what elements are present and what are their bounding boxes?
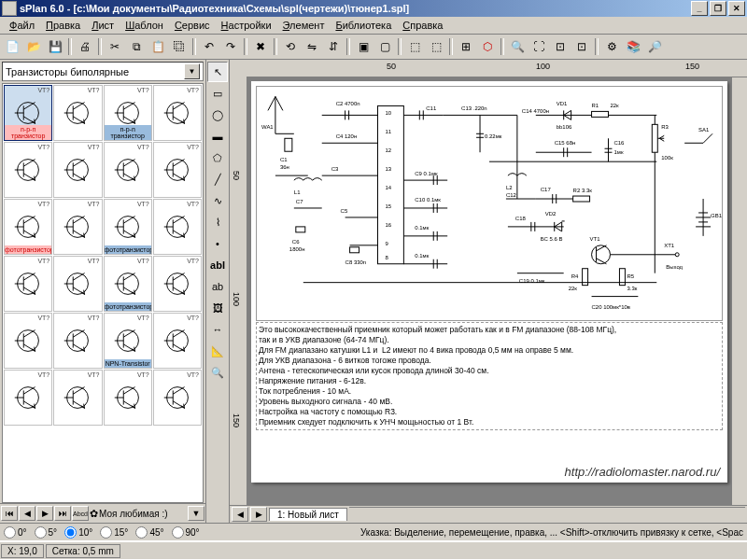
dimension-tool[interactable]: ↔ — [207, 319, 228, 340]
angle-option[interactable]: 10° — [64, 526, 92, 539]
magnet-button[interactable]: ⬡ — [477, 36, 498, 57]
copy-button[interactable]: ⧉ — [126, 36, 147, 57]
fill-tool[interactable]: ▬ — [207, 126, 228, 147]
zoom-sel-button[interactable]: ⊡ — [571, 36, 592, 57]
svg-text:GB1: GB1 — [711, 213, 722, 218]
svg-text:bb106: bb106 — [557, 124, 572, 130]
zoom-fit-button[interactable]: ⊡ — [550, 36, 571, 57]
palette-item[interactable]: VT? — [53, 370, 102, 426]
ungroup-button[interactable]: ⬚ — [426, 36, 446, 57]
palette-item[interactable]: VT? — [4, 370, 52, 426]
library-select[interactable]: Транзисторы биполярные ▼ — [2, 62, 204, 81]
vertical-scrollbar[interactable] — [731, 77, 747, 505]
palette-item[interactable]: VT? — [53, 85, 102, 141]
palette-item[interactable]: VT? — [104, 370, 152, 426]
angle-option[interactable]: 45° — [135, 526, 163, 539]
sheet-tab-1[interactable]: 1: Новый лист — [269, 508, 347, 521]
maximize-button[interactable]: ❐ — [710, 1, 726, 16]
image-tool[interactable]: 🖼 — [207, 298, 228, 318]
group-button[interactable]: ⬚ — [404, 36, 425, 57]
palette-item[interactable]: VT? — [153, 370, 202, 426]
angle-option[interactable]: 5° — [35, 526, 58, 539]
sheet-prev[interactable]: ◀ — [232, 507, 248, 522]
svg-line-42 — [23, 217, 35, 224]
palette-item[interactable]: VT?n-p-n транзистор — [104, 85, 152, 141]
save-button[interactable]: 💾 — [45, 36, 65, 57]
palette-item[interactable]: VT?фототранзистор — [104, 199, 152, 255]
line-tool[interactable]: ╱ — [207, 169, 228, 189]
mirror-h-button[interactable]: ⇋ — [302, 36, 322, 57]
palette-item[interactable]: VT? — [153, 85, 202, 141]
palette-item[interactable]: VT? — [153, 313, 202, 369]
rotate-button[interactable]: ⟲ — [280, 36, 301, 57]
junction-tool[interactable]: • — [207, 233, 228, 254]
palette-next-button[interactable]: ▶ — [36, 506, 53, 521]
palette-prev-button[interactable]: ◀ — [19, 506, 35, 521]
bezier-tool[interactable]: ⌇ — [207, 212, 228, 232]
palette-item[interactable]: VT?n-p-n транзистор — [4, 85, 52, 141]
polygon-tool[interactable]: ⬠ — [207, 147, 228, 168]
angle-option[interactable]: 0° — [4, 526, 27, 539]
menu-Сервис[interactable]: Сервис — [169, 19, 216, 32]
curve-tool[interactable]: ∿ — [207, 190, 228, 211]
text-tool[interactable]: ab — [207, 276, 228, 297]
palette-item[interactable]: VT?фототранзистор — [4, 199, 52, 255]
redo-button[interactable]: ↷ — [220, 36, 241, 57]
canvas[interactable]: WA1 C136н L1 C7 C61800н 1011121314151698 — [247, 77, 731, 505]
cut-button[interactable]: ✂ — [105, 36, 125, 57]
new-button[interactable]: 📄 — [2, 36, 22, 57]
text-bold-tool[interactable]: abI — [207, 255, 228, 275]
menu-Лист[interactable]: Лист — [86, 19, 120, 32]
sheet-next[interactable]: ▶ — [250, 507, 267, 522]
palette-item[interactable]: VT? — [104, 142, 152, 198]
zoom-tool[interactable]: 🔍 — [207, 362, 228, 383]
close-button[interactable]: ✕ — [728, 1, 745, 16]
menu-Шаблон[interactable]: Шаблон — [120, 19, 169, 32]
menu-Элемент[interactable]: Элемент — [277, 19, 331, 32]
palette-item[interactable]: VT? — [53, 313, 102, 369]
circle-tool[interactable]: ◯ — [207, 105, 228, 125]
rect-tool[interactable]: ▭ — [207, 83, 228, 104]
mirror-v-button[interactable]: ⇵ — [323, 36, 344, 57]
horizontal-scrollbar[interactable] — [349, 507, 745, 523]
palette-item[interactable]: VT?фототранзистор — [104, 256, 152, 312]
open-button[interactable]: 📂 — [23, 36, 44, 57]
fav-dropdown[interactable]: ▼ — [188, 506, 204, 521]
menu-Правка[interactable]: Правка — [40, 19, 86, 32]
palette-item[interactable]: VT? — [4, 142, 52, 198]
paste-button[interactable]: 📋 — [148, 36, 168, 57]
zoom-button[interactable]: 🔍 — [507, 36, 528, 57]
angle-option[interactable]: 15° — [100, 526, 128, 539]
delete-button[interactable]: ✖ — [250, 36, 271, 57]
back-button[interactable]: ▢ — [374, 36, 395, 57]
palette-item[interactable]: VT? — [153, 256, 202, 312]
palette-item[interactable]: VT? — [4, 313, 52, 369]
palette-first-button[interactable]: ⏮ — [1, 506, 18, 521]
palette-item[interactable]: VT? — [4, 256, 52, 312]
duplicate-button[interactable]: ⿻ — [169, 36, 190, 57]
palette-item[interactable]: VT? — [53, 142, 102, 198]
print-button[interactable]: 🖨 — [75, 36, 95, 57]
menu-Настройки[interactable]: Настройки — [216, 19, 277, 32]
search-button[interactable]: 🔎 — [644, 36, 665, 57]
zoom-page-button[interactable]: ⛶ — [529, 36, 549, 57]
palette-last-button[interactable]: ⏭ — [54, 506, 71, 521]
palette-item[interactable]: VT?NPN-Transistor — [104, 313, 152, 369]
palette-item[interactable]: VT? — [53, 199, 102, 255]
library-button[interactable]: 📚 — [623, 36, 643, 57]
front-button[interactable]: ▣ — [353, 36, 374, 57]
measure-tool[interactable]: 📐 — [207, 341, 228, 361]
palette-text-button[interactable]: Abcd — [72, 506, 89, 521]
palette-item[interactable]: VT? — [153, 199, 202, 255]
menu-Библиотека[interactable]: Библиотека — [330, 19, 397, 32]
snap-button[interactable]: ⊞ — [456, 36, 476, 57]
menu-Справка[interactable]: Справка — [397, 19, 448, 32]
minimize-button[interactable]: _ — [691, 1, 708, 16]
menu-Файл[interactable]: Файл — [4, 19, 40, 32]
pointer-tool[interactable]: ↖ — [207, 62, 228, 82]
components-button[interactable]: ⚙ — [601, 36, 622, 57]
palette-item[interactable]: VT? — [153, 142, 202, 198]
undo-button[interactable]: ↶ — [199, 36, 219, 57]
palette-item[interactable]: VT? — [53, 256, 102, 312]
angle-option[interactable]: 90° — [172, 526, 200, 539]
